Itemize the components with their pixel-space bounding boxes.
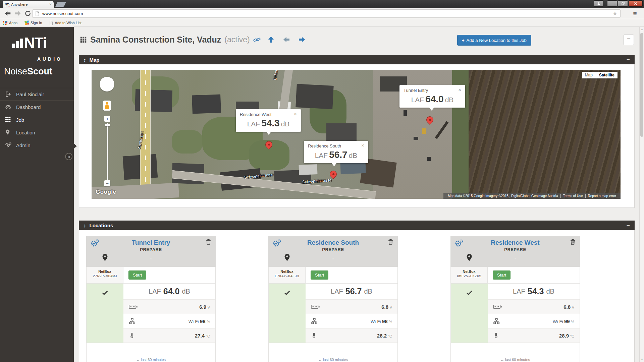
new-tab-button[interactable] xyxy=(55,2,66,7)
chart-dashed-line xyxy=(459,353,572,353)
start-button[interactable]: Start xyxy=(128,270,146,280)
minimize-button[interactable]: — xyxy=(607,0,617,7)
start-button[interactable]: Start xyxy=(493,270,511,280)
pan-down-icon[interactable] xyxy=(105,86,109,89)
sidebar-item-dashboard[interactable]: Dashboard xyxy=(0,101,74,113)
bookmark-label: Apps xyxy=(9,21,17,25)
nav-up-icon[interactable] xyxy=(267,36,275,44)
scrollbar-thumb[interactable] xyxy=(640,33,643,137)
locations-collapse-icon[interactable]: − xyxy=(627,223,630,228)
map-grass xyxy=(172,130,202,154)
job-status: (active) xyxy=(224,35,250,44)
tooltip-close-icon[interactable]: × xyxy=(294,112,297,116)
zoom-in-button[interactable]: + xyxy=(104,116,110,122)
back-icon[interactable] xyxy=(3,9,12,18)
sidebar-item-location[interactable]: Location xyxy=(0,126,74,139)
map-pin-icon xyxy=(5,129,11,136)
trash-icon[interactable] xyxy=(570,239,576,245)
map-panel-body: Birkenweg Austrasse Schwefelstrasse Schw… xyxy=(79,64,635,208)
bookmark-wish-list[interactable]: Add to Wish List xyxy=(49,21,81,25)
location-name[interactable]: Tunnel Entry xyxy=(86,236,216,246)
location-state: PREPARE xyxy=(450,247,580,252)
profile-icon[interactable] xyxy=(594,0,604,7)
plus-icon: + xyxy=(462,38,465,43)
map-tooltip-tunnel-entry: Tunnel Entry × LAF64.0dB xyxy=(399,85,465,108)
location-state: PREPARE xyxy=(86,247,216,252)
restore-button[interactable] xyxy=(618,0,628,7)
tooltip-title: Tunnel Entry xyxy=(404,88,454,93)
google-logo[interactable]: Google xyxy=(96,189,116,195)
logo-bars-icon xyxy=(12,39,23,50)
terms-link[interactable]: Terms of Use xyxy=(560,194,585,198)
forward-icon[interactable] xyxy=(13,9,22,18)
wifi-value: 98 xyxy=(200,318,206,324)
nav-next-icon[interactable] xyxy=(298,36,306,44)
chart-caption: ← last 60 minutes xyxy=(451,358,580,362)
map-panel-header[interactable]: ↕ Map − xyxy=(79,55,635,64)
locations-panel-header[interactable]: ↕ Locations − xyxy=(79,221,635,230)
sidebar-item-job[interactable]: Job xyxy=(0,113,74,126)
temp-unit: °C xyxy=(206,334,210,338)
location-name[interactable]: Residence West xyxy=(450,236,580,246)
map-image[interactable]: Birkenweg Austrasse Schwefelstrasse Schw… xyxy=(92,70,621,199)
bookmark-apps[interactable]: Apps xyxy=(3,21,17,25)
tab-close-icon[interactable]: × xyxy=(49,2,52,6)
add-location-button[interactable]: + Add a New Location to this Job xyxy=(457,35,531,46)
page-scrollbar[interactable]: ▲ ▼ xyxy=(639,27,644,362)
map-pan-control[interactable] xyxy=(100,77,114,92)
wifi-row: Wi-Fi 98 % xyxy=(123,314,215,328)
map-type-satellite-button[interactable]: Satellite xyxy=(596,72,618,78)
map-type-map-button[interactable]: Map xyxy=(582,72,596,78)
drag-updown-icon: ↕ xyxy=(84,57,86,63)
wifi-label: Wi-Fi xyxy=(189,319,199,324)
pegman-icon[interactable] xyxy=(103,101,111,111)
sidebar-item-user[interactable]: Paul Sinclair xyxy=(0,88,74,101)
browser-menu-icon[interactable]: ≡ xyxy=(631,10,639,17)
settings-gears-icon[interactable] xyxy=(454,239,464,248)
url-text[interactable]: www.noisescout.com xyxy=(42,11,610,16)
browser-tab[interactable]: NTi Anywhere × xyxy=(3,1,54,8)
metric-value: 54.3 xyxy=(261,118,280,128)
sidebar-item-admin[interactable]: Admin xyxy=(0,139,74,152)
bookmark-star-icon[interactable]: ★ xyxy=(612,10,618,17)
device-type: NetBox xyxy=(451,269,487,274)
trash-icon[interactable] xyxy=(205,239,212,245)
map-tooltip-residence-west: Residence West × LAF54.3dB xyxy=(236,109,301,132)
report-error-link[interactable]: Report a map error xyxy=(585,194,619,198)
zoom-slider-handle[interactable] xyxy=(105,124,110,126)
trash-icon[interactable] xyxy=(387,239,394,245)
bookmark-sign-in[interactable]: Sign In xyxy=(25,21,42,25)
browser-toolbar: www.noisescout.com ★ ≡ xyxy=(0,8,644,19)
page-menu-button[interactable]: ≡ xyxy=(624,35,634,45)
settings-gears-icon[interactable] xyxy=(272,239,281,248)
drag-updown-icon: ↕ xyxy=(84,223,86,228)
pan-left-icon[interactable] xyxy=(102,82,105,86)
tooltip-close-icon[interactable]: × xyxy=(361,143,364,147)
settings-gears-icon[interactable] xyxy=(90,239,99,248)
gears-icon xyxy=(5,142,11,148)
zoom-out-button[interactable]: − xyxy=(104,180,110,186)
network-icon xyxy=(493,318,500,324)
zoom-slider-track[interactable] xyxy=(107,123,108,180)
map-collapse-icon[interactable]: − xyxy=(627,57,630,63)
logo-text: NTi xyxy=(24,36,47,50)
battery-unit: V xyxy=(390,305,392,309)
wifi-row: Wi-Fi 99 % xyxy=(488,314,580,328)
location-name[interactable]: Residence South xyxy=(268,236,398,246)
pan-right-icon[interactable] xyxy=(109,82,112,86)
nav-previous-icon[interactable] xyxy=(282,36,290,44)
sidebar-collapse-button[interactable]: ◄ xyxy=(65,153,72,160)
refresh-icon[interactable] xyxy=(23,9,32,18)
thermometer-icon xyxy=(311,332,317,339)
start-button[interactable]: Start xyxy=(311,270,328,280)
wifi-unit: % xyxy=(389,320,392,324)
tooltip-close-icon[interactable]: × xyxy=(458,88,461,92)
link-icon[interactable] xyxy=(253,36,261,44)
pan-up-icon[interactable] xyxy=(105,79,109,82)
close-button[interactable] xyxy=(629,0,643,7)
url-bar[interactable]: www.noisescout.com ★ xyxy=(32,9,621,18)
network-icon xyxy=(129,318,136,324)
wifi-label: Wi-Fi xyxy=(553,319,563,324)
location-state: PREPARE xyxy=(268,247,398,252)
wifi-value: 99 xyxy=(564,318,570,324)
